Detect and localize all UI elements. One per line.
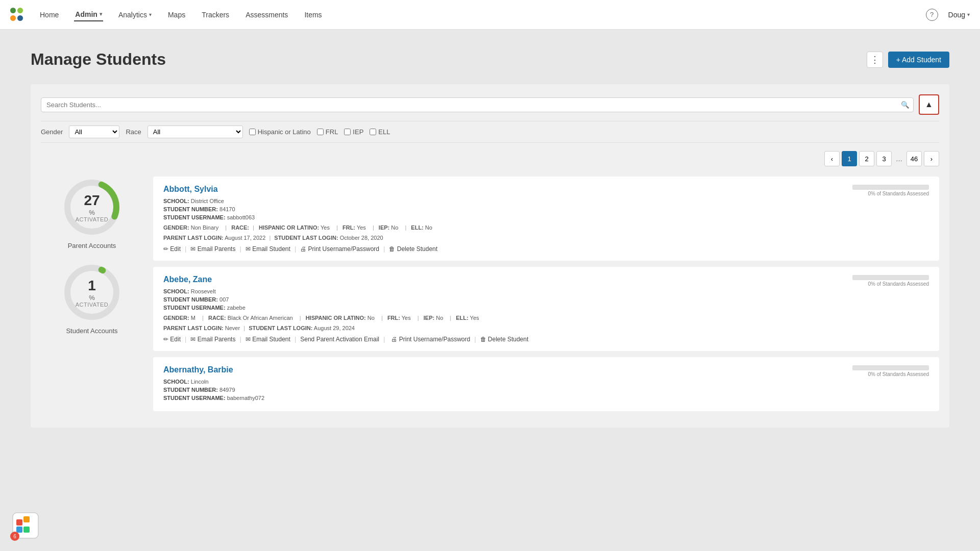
student-list: Abbott, Sylvia 0% of Standards Assessed … (153, 177, 939, 417)
search-button[interactable]: 🔍 (901, 101, 910, 109)
frl-filter[interactable]: FRL (317, 128, 338, 136)
nav-right: ? Doug ▾ (926, 9, 970, 21)
page-3-button[interactable]: 3 (876, 151, 892, 166)
student-card: Abernathy, Barbie 0% of Standards Assess… (153, 357, 939, 411)
next-page-button[interactable]: › (924, 151, 939, 166)
navbar: Home Admin ▾ Analytics ▾ Maps Trackers A… (0, 0, 980, 30)
main-content: Manage Students ⋮ + Add Student 🔍 ▲ Gend… (0, 30, 980, 448)
user-name: Doug (948, 11, 965, 19)
app-logo[interactable] (10, 8, 24, 22)
user-dropdown-icon: ▾ (967, 12, 970, 17)
nav-item-items[interactable]: Items (303, 9, 323, 21)
race-label: Race (126, 128, 141, 136)
student-percent-sign: % (76, 294, 109, 302)
student-name[interactable]: Abernathy, Barbie (163, 365, 233, 374)
prev-page-button[interactable]: ‹ (824, 151, 840, 166)
race-select[interactable]: All White Black Or African American Hisp… (148, 126, 243, 138)
search-row: 🔍 ▲ (41, 94, 939, 115)
parent-accounts-label: Parent Accounts (41, 242, 143, 249)
iep-filter[interactable]: IEP (344, 128, 363, 136)
parent-donut: 27 % ACTIVATED (61, 177, 122, 238)
hispanic-filter[interactable]: Hispanic or Latino (249, 128, 311, 136)
email-student-link[interactable]: ✉ Email Student (246, 245, 290, 253)
student-name[interactable]: Abbott, Sylvia (163, 185, 218, 194)
sidebar: 27 % ACTIVATED Parent Accounts (41, 177, 143, 417)
student-name[interactable]: Abebe, Zane (163, 275, 212, 284)
gender-select[interactable]: All Male Female Non Binary (69, 126, 119, 138)
more-options-button[interactable]: ⋮ (867, 52, 883, 68)
header-actions: ⋮ + Add Student (867, 52, 949, 68)
ell-filter[interactable]: ELL (370, 128, 390, 136)
standards-label: 0% of Standards Assessed (852, 371, 929, 377)
parent-percent-number: 27 (76, 192, 109, 209)
parent-percent-sign: % (76, 209, 109, 216)
standards-bar (852, 365, 929, 370)
print-link[interactable]: 🖨 Print Username/Password (391, 336, 470, 343)
student-actions: ✏ Edit | ✉ Email Parents | ✉ Email Stude… (163, 245, 929, 253)
body-layout: 27 % ACTIVATED Parent Accounts (41, 177, 939, 417)
gender-label: Gender (41, 128, 63, 136)
student-card: Abbott, Sylvia 0% of Standards Assessed … (153, 177, 939, 261)
standards-bar (852, 275, 929, 280)
nav-item-home[interactable]: Home (39, 9, 60, 21)
student-percent-number: 1 (76, 278, 109, 294)
delete-student-link[interactable]: 🗑 Delete Student (389, 245, 437, 253)
standards-bar (852, 185, 929, 190)
edit-link[interactable]: ✏ Edit (163, 245, 181, 253)
page-header: Manage Students ⋮ + Add Student (31, 50, 949, 69)
email-parents-link[interactable]: ✉ Email Parents (190, 245, 235, 253)
student-accounts-card: 1 % ACTIVATED Student Accounts (41, 262, 143, 335)
delete-student-link[interactable]: 🗑 Delete Student (480, 336, 529, 343)
standards-label: 0% of Standards Assessed (852, 191, 929, 196)
student-activated-label: ACTIVATED (76, 302, 109, 308)
page-dots: … (894, 155, 904, 163)
filter-row: Gender All Male Female Non Binary Race A… (41, 121, 939, 143)
page-title: Manage Students (31, 50, 166, 69)
content-box: 🔍 ▲ Gender All Male Female Non Binary Ra… (31, 84, 949, 428)
nav-item-maps[interactable]: Maps (167, 9, 186, 21)
page-1-button[interactable]: 1 (842, 151, 857, 166)
nav-item-assessments[interactable]: Assessments (244, 9, 289, 21)
email-student-link[interactable]: ✉ Email Student (246, 336, 290, 343)
page-2-button[interactable]: 2 (859, 151, 874, 166)
student-card: Abebe, Zane 0% of Standards Assessed SCH… (153, 267, 939, 351)
nav-item-admin[interactable]: Admin ▾ (74, 8, 103, 21)
frl-checkbox[interactable] (317, 129, 324, 135)
search-input-wrap: 🔍 (41, 97, 914, 112)
parent-activated-label: ACTIVATED (76, 216, 109, 222)
student-accounts-label: Student Accounts (41, 327, 143, 335)
print-link[interactable]: 🖨 Print Username/Password (300, 245, 379, 253)
student-actions: ✏ Edit | ✉ Email Parents | ✉ Email Stude… (163, 335, 929, 343)
add-student-button[interactable]: + Add Student (888, 52, 949, 68)
collapse-button[interactable]: ▲ (919, 94, 939, 115)
standards-label: 0% of Standards Assessed (852, 281, 929, 287)
send-activation-link[interactable]: Send Parent Activation Email (300, 336, 379, 343)
edit-link[interactable]: ✏ Edit (163, 336, 181, 343)
user-menu[interactable]: Doug ▾ (948, 11, 970, 19)
hispanic-checkbox[interactable] (249, 129, 256, 135)
page-46-button[interactable]: 46 (906, 151, 922, 166)
admin-dropdown-icon: ▾ (100, 11, 102, 17)
iep-checkbox[interactable] (344, 129, 351, 135)
help-button[interactable]: ? (926, 9, 938, 21)
nav-item-trackers[interactable]: Trackers (201, 9, 230, 21)
parent-accounts-card: 27 % ACTIVATED Parent Accounts (41, 177, 143, 249)
nav-item-analytics[interactable]: Analytics ▾ (117, 9, 153, 21)
student-donut: 1 % ACTIVATED (61, 262, 122, 323)
email-parents-link[interactable]: ✉ Email Parents (190, 336, 235, 343)
analytics-dropdown-icon: ▾ (149, 12, 152, 17)
search-input[interactable] (41, 97, 914, 112)
pagination: ‹ 1 2 3 … 46 › (41, 151, 939, 166)
ell-checkbox[interactable] (370, 129, 376, 135)
